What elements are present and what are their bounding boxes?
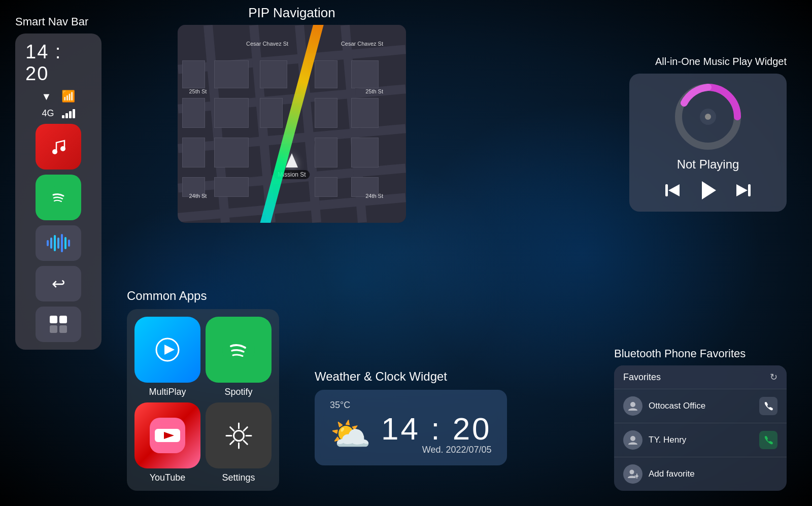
nav-music-app-button[interactable] [36,124,81,170]
svg-marker-23 [702,181,716,199]
refresh-icon[interactable]: ↻ [770,372,777,383]
map-route-container [286,25,297,223]
wifi-icon: ▼ [42,91,52,103]
bluetooth-panel: Favorites ↻ Ottocast Office [614,365,787,491]
music-widget: Not Playing [629,74,787,212]
siri-waves-icon [47,233,70,253]
grid-cell-2 [59,316,67,323]
map-building [214,98,249,128]
weather-clock-display: 14 : 20 [381,413,492,445]
smart-nav-bar-label: Smart Nav Bar [15,15,101,28]
map-building [214,177,249,197]
play-icon [697,179,719,201]
bluetooth-phone-section: Bluetooth Phone Favorites Favorites ↻ Ot… [614,347,787,491]
map-label-24th-right: 24th St [365,193,383,199]
back-arrow-icon: ↩ [52,274,65,293]
music-widget-section: All-in-One Music Play Widget Not Playing [629,56,787,212]
svg-rect-21 [665,184,668,196]
map-label-25th-right: 25th St [365,88,383,94]
music-status-text: Not Playing [677,157,739,172]
next-track-icon [734,181,753,199]
map-building [214,138,249,167]
pip-navigation-map[interactable]: Cesar Chavez St Cesar Chavez St 25th St … [178,25,406,223]
pip-navigation-section: PIP Navigation [178,5,406,223]
multiplay-icon [152,334,183,365]
map-building [182,60,205,88]
bt-contact-ottocast-office[interactable]: Ottocast Office [614,389,787,423]
map-building [351,138,379,167]
app-item-multiplay[interactable]: MultiPlay [134,317,200,397]
nav-4g-row: 4G [42,108,75,119]
svg-point-26 [630,402,635,407]
weather-time-date: 14 : 20 Wed. 2022/07/05 [381,413,492,455]
music-play-button[interactable] [697,179,719,201]
map-label-cesar-chavez-left: Cesar Chavez St [246,41,288,47]
youtube-icon [150,418,185,453]
settings-gear-icon [222,419,255,452]
music-disc-svg [675,84,741,150]
grid-cell-4 [59,325,67,333]
bt-call-button-2[interactable] [759,431,777,449]
weather-sun-cloud-icon: ⛅ [330,418,371,451]
multiplay-app-label: MultiPlay [149,387,186,397]
map-building [260,98,283,128]
nav-spotify-app-button[interactable] [36,175,81,220]
music-controls [663,179,753,201]
music-prev-button[interactable] [663,181,682,199]
map-building [260,60,287,88]
bt-call-button-1[interactable] [759,397,777,415]
multiplay-app-icon [134,317,200,383]
bluetooth-header: Favorites ↻ [614,365,787,389]
add-person-icon [627,468,638,480]
bluetooth-icon: 📶 [61,90,75,103]
weather-clock-title: Weather & Clock Widget [315,369,507,384]
nav-bar-panel: 14 : 20 ▼ 📶 4G [15,33,101,350]
weather-widget: 35°C ⛅ 14 : 20 Wed. 2022/07/05 [315,390,507,465]
grid-icon [50,316,67,333]
music-next-button[interactable] [734,181,753,199]
app-item-youtube[interactable]: YouTube [134,402,200,483]
bt-contact-left-2: TY. Henry [623,430,686,450]
svg-point-20 [705,114,711,120]
svg-line-15 [244,441,247,444]
app-item-settings[interactable]: Settings [206,402,272,483]
svg-marker-4 [164,345,175,355]
map-building [315,138,337,167]
nav-status-icons: ▼ 📶 [42,90,76,103]
nav-siri-button[interactable] [36,225,81,261]
prev-track-icon [663,181,682,199]
spotify-app-label: Spotify [224,387,252,397]
map-building [315,98,337,128]
bt-avatar-1 [623,396,642,416]
app-item-spotify[interactable]: Spotify [206,317,272,397]
map-building [315,60,337,88]
svg-point-9 [233,430,244,441]
signal-bar-1 [62,115,64,118]
phone-icon [763,401,773,411]
map-building [214,60,249,88]
bt-contact-ty-henry[interactable]: TY. Henry [614,423,787,457]
settings-app-label: Settings [222,473,255,483]
svg-point-27 [630,436,635,441]
settings-app-icon [206,402,272,468]
music-note-icon [47,136,70,158]
nav-grid-button[interactable] [36,307,81,342]
spotify-icon [46,185,71,210]
svg-marker-25 [736,184,748,196]
bt-add-favorite-button[interactable]: Add favorite [614,457,787,491]
contact-avatar-icon-2 [627,434,638,446]
map-label-cesar-chavez-right: Cesar Chavez St [341,41,383,47]
svg-line-16 [244,427,247,430]
weather-temperature: 35°C [330,400,492,411]
nav-4g-label: 4G [42,108,54,119]
svg-point-28 [630,470,634,475]
bt-contact-left-1: Ottocast Office [623,396,705,416]
nav-signal-bars [62,109,75,118]
nav-back-button[interactable]: ↩ [36,266,81,301]
signal-bar-2 [65,113,68,118]
map-building [315,177,337,197]
grid-cell-1 [50,316,57,323]
map-building [182,138,205,167]
spotify-app-icon [206,317,272,383]
pip-navigation-title: PIP Navigation [178,5,406,21]
